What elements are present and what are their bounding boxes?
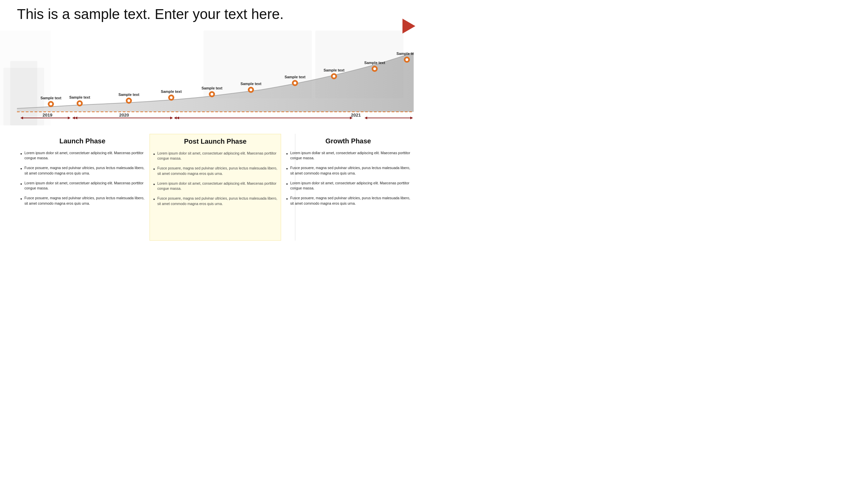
list-item: Fusce posuere, magna sed pulvinar ultric… [153, 196, 277, 206]
list-item: Fusce posuere, magna sed pulvinar ultric… [20, 196, 144, 206]
svg-text:2021: 2021 [351, 113, 361, 118]
svg-point-30 [127, 99, 130, 102]
svg-text:Sample text: Sample text [323, 68, 344, 72]
list-item: Fusce posuere, magna sed pulvinar ultric… [153, 166, 277, 176]
svg-marker-21 [364, 117, 367, 119]
svg-point-48 [373, 67, 376, 70]
list-item: Lorem ipsum dolor sit amet, consectetuer… [153, 181, 277, 191]
list-item: Lorem ipsum dolor sit amet, consectetuer… [20, 181, 144, 191]
svg-point-51 [406, 58, 408, 61]
list-item: Lorem ipsum dolor sit amet, consectetuer… [153, 151, 277, 161]
launch-phase-items: Lorem ipsum dolor sit amet, consectetuer… [20, 150, 144, 206]
svg-text:2019: 2019 [43, 113, 53, 118]
svg-text:Sample text: Sample text [201, 86, 222, 90]
post-launch-phase-items: Lorem ipsum dolor sit amet, consectetuer… [153, 151, 277, 206]
growth-phase-title: Growth Phase [286, 134, 410, 145]
svg-marker-10 [72, 117, 75, 119]
svg-marker-7 [20, 117, 23, 119]
svg-marker-17 [176, 117, 179, 119]
svg-text:2020: 2020 [119, 113, 129, 118]
svg-marker-14 [170, 117, 173, 119]
svg-point-45 [333, 75, 335, 78]
svg-point-42 [294, 82, 296, 84]
launch-phase-title: Launch Phase [20, 134, 144, 145]
list-item: Lorem ipsum dolor sit amet, consectetuer… [286, 181, 410, 191]
list-item: Lorem ipsum dolor sit amet, consectetuer… [20, 150, 144, 161]
growth-phase-items: Lorem ipsum dollar sit amet, consectetue… [286, 150, 410, 206]
post-launch-phase-column: Post Launch Phase Lorem ipsum dolor sit … [150, 134, 281, 241]
list-item: Fusce posuere, magna sed pulvinar ultric… [286, 196, 410, 206]
list-item: Lorem ipsum dollar sit amet, consectetue… [286, 150, 410, 161]
flag-icon [402, 19, 415, 34]
svg-point-24 [50, 103, 52, 105]
svg-text:Sample text: Sample text [69, 95, 90, 99]
launch-phase-column: Launch Phase Lorem ipsum dolor sit amet,… [17, 134, 148, 241]
svg-marker-8 [68, 117, 71, 119]
svg-text:Sample text: Sample text [240, 82, 261, 86]
svg-point-27 [78, 102, 81, 105]
svg-point-33 [170, 96, 173, 99]
svg-marker-12 [75, 117, 77, 119]
svg-text:Sample text: Sample text [364, 61, 385, 65]
svg-text:Sample text: Sample text [40, 96, 61, 100]
svg-point-36 [211, 93, 213, 96]
svg-text:Sample text: Sample text [284, 75, 305, 79]
phases-container: Launch Phase Lorem ipsum dolor sit amet,… [17, 134, 414, 241]
svg-point-39 [250, 88, 252, 91]
svg-text:Sample text: Sample text [118, 93, 139, 97]
svg-text:Sample text: Sample text [396, 52, 414, 56]
svg-text:Sample text: Sample text [161, 89, 182, 94]
list-item: Fusce posuere, magna sed pulvinar ultric… [286, 165, 410, 176]
svg-marker-15 [174, 117, 177, 119]
timeline-area: 2019 2020 2021 Sample text Sample text S… [17, 34, 414, 122]
post-launch-phase-title: Post Launch Phase [153, 134, 277, 145]
list-item: Fusce posuere, magna sed pulvinar ultric… [20, 165, 144, 176]
page-title: This is a sample text. Enter your text h… [17, 6, 284, 22]
growth-phase-column: Growth Phase Lorem ipsum dollar sit amet… [283, 134, 414, 241]
svg-marker-22 [410, 117, 413, 119]
